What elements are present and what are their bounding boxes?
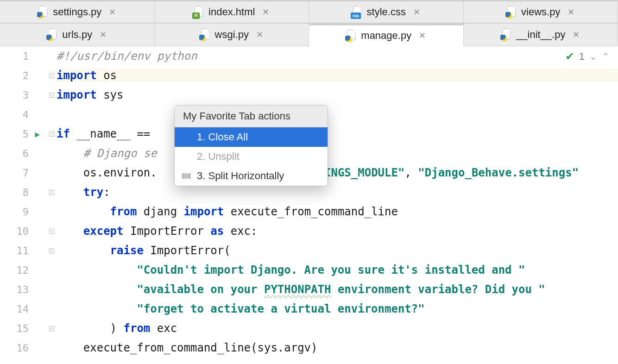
py-file-icon	[38, 6, 48, 18]
fold-gutter[interactable]	[46, 229, 57, 234]
tab-index-html[interactable]: index.html✕	[155, 1, 309, 23]
close-icon[interactable]: ✕	[109, 7, 116, 17]
code-text[interactable]: from djang import execute_from_command_l…	[57, 205, 618, 218]
code-line[interactable]: 3import sys	[0, 85, 618, 105]
html-file-icon	[194, 6, 204, 18]
fold-gutter[interactable]	[46, 93, 57, 98]
code-line[interactable]: 10 except ImportError as exc:	[0, 221, 618, 241]
code-text[interactable]: "forget to activate a virtual environmen…	[57, 302, 618, 315]
line-number[interactable]: 9	[0, 206, 46, 218]
fold-gutter[interactable]	[46, 248, 57, 253]
code-line[interactable]: 16 execute_from_command_line(sys.argv)	[0, 338, 618, 358]
line-number[interactable]: 3	[0, 89, 46, 101]
code-text[interactable]: #!/usr/bin/env python	[57, 50, 618, 63]
code-editor[interactable]: 1#!/usr/bin/env python2import os3import …	[0, 46, 618, 358]
code-text[interactable]: import os	[57, 69, 618, 82]
line-number[interactable]: 1	[0, 50, 46, 62]
close-icon[interactable]: ✕	[419, 31, 426, 41]
code-line[interactable]: 12 "Couldn't import Django. Are you sure…	[0, 260, 618, 280]
line-number[interactable]: 15	[0, 323, 46, 334]
py-file-icon	[346, 30, 356, 42]
close-icon[interactable]: ✕	[568, 7, 574, 17]
split-horizontal-icon	[181, 174, 191, 178]
code-text[interactable]: if __name__ ==	[57, 127, 618, 140]
py-file-icon	[501, 29, 511, 41]
code-line[interactable]: 1#!/usr/bin/env python	[0, 46, 618, 66]
popup-item--split-horizontally[interactable]: 3. Split Horizontally	[175, 166, 328, 186]
problems-count: 1	[579, 50, 585, 63]
line-number[interactable]: 13	[0, 284, 46, 295]
code-text[interactable]: "Couldn't import Django. Are you sure it…	[57, 264, 618, 276]
py-file-icon	[506, 6, 517, 18]
fold-gutter[interactable]	[46, 132, 57, 137]
tab-style-css[interactable]: style.css✕	[309, 1, 464, 23]
code-line[interactable]: 2import os	[0, 66, 618, 85]
code-line[interactable]: 14 "forget to activate a virtual environ…	[0, 299, 618, 319]
line-number[interactable]: 2	[0, 70, 46, 82]
css-file-icon	[352, 6, 362, 18]
fold-gutter[interactable]	[46, 73, 57, 78]
line-number[interactable]: 16	[0, 342, 46, 354]
tab-label: urls.py	[62, 29, 92, 41]
tab-settings-py[interactable]: settings.py✕	[0, 1, 155, 23]
tab--init-py[interactable]: __init__.py✕	[464, 24, 618, 46]
line-number[interactable]: 12	[0, 264, 46, 276]
code-text[interactable]: "available on your PYTHONPATH environmen…	[57, 283, 618, 296]
code-text[interactable]: os.environ. TTINGS_MODULE", "Django_Beha…	[57, 166, 618, 179]
tab-label: index.html	[208, 6, 255, 18]
popup-title: My Favorite Tab actions	[175, 106, 328, 127]
close-icon[interactable]: ✕	[262, 7, 269, 17]
tab-label: wsgi.py	[215, 29, 249, 41]
code-line[interactable]: 9 from djang import execute_from_command…	[0, 202, 618, 221]
popup-item--unsplit: 2. Unsplit	[175, 147, 328, 166]
line-number[interactable]: 4	[0, 109, 46, 120]
close-icon[interactable]: ✕	[256, 30, 263, 40]
code-text[interactable]: raise ImportError(	[57, 244, 618, 257]
line-number[interactable]: 5▶	[0, 128, 46, 140]
editor-tabs: settings.py✕index.html✕style.css✕views.p…	[0, 0, 618, 46]
run-gutter-icon[interactable]: ▶	[35, 129, 40, 139]
popup-item--close-all[interactable]: 1. Close All	[175, 127, 328, 147]
py-file-icon	[200, 29, 210, 41]
line-number[interactable]: 11	[0, 245, 46, 257]
tab-actions-popup: My Favorite Tab actions 1. Close All2. U…	[174, 105, 328, 186]
tab-urls-py[interactable]: urls.py✕	[0, 24, 155, 46]
tab-manage-py[interactable]: manage.py✕	[309, 24, 464, 46]
tab-wsgi-py[interactable]: wsgi.py✕	[155, 24, 309, 46]
line-number[interactable]: 8	[0, 187, 46, 198]
chevron-up-icon[interactable]: ⌃	[602, 51, 610, 62]
fold-gutter[interactable]	[46, 190, 57, 195]
tab-label: settings.py	[53, 6, 101, 18]
code-text[interactable]: ) from exc	[57, 322, 618, 335]
code-text[interactable]: execute_from_command_line(sys.argv)	[57, 341, 618, 354]
code-text[interactable]: import sys	[57, 88, 618, 101]
chevron-down-icon[interactable]: ⌄	[589, 51, 597, 62]
code-text[interactable]: except ImportError as exc:	[57, 225, 618, 238]
check-icon: ✔	[565, 50, 574, 63]
code-line[interactable]: 13 "available on your PYTHONPATH environ…	[0, 280, 618, 299]
inspection-status[interactable]: ✔ 1 ⌄ ⌃	[565, 50, 610, 63]
fold-gutter[interactable]	[46, 326, 57, 331]
line-number[interactable]: 6	[0, 148, 46, 159]
code-line[interactable]: 15 ) from exc	[0, 319, 618, 338]
code-text[interactable]: # Django se	[57, 147, 618, 160]
code-line[interactable]: 11 raise ImportError(	[0, 241, 618, 260]
popup-item-label: 3. Split Horizontally	[197, 170, 284, 182]
popup-item-label: 1. Close All	[197, 131, 248, 143]
tab-label: views.py	[521, 6, 560, 18]
popup-item-label: 2. Unsplit	[197, 151, 240, 163]
tab-label: __init__.py	[516, 29, 565, 41]
line-number[interactable]: 7	[0, 167, 46, 179]
code-text[interactable]: try:	[57, 186, 618, 199]
tab-label: style.css	[367, 6, 406, 18]
line-number[interactable]: 14	[0, 303, 46, 315]
close-icon[interactable]: ✕	[413, 7, 420, 17]
py-file-icon	[47, 29, 57, 41]
close-icon[interactable]: ✕	[573, 30, 580, 40]
tab-views-py[interactable]: views.py✕	[464, 1, 618, 23]
close-icon[interactable]: ✕	[100, 30, 107, 40]
line-number[interactable]: 10	[0, 226, 46, 237]
tab-label: manage.py	[361, 30, 411, 42]
